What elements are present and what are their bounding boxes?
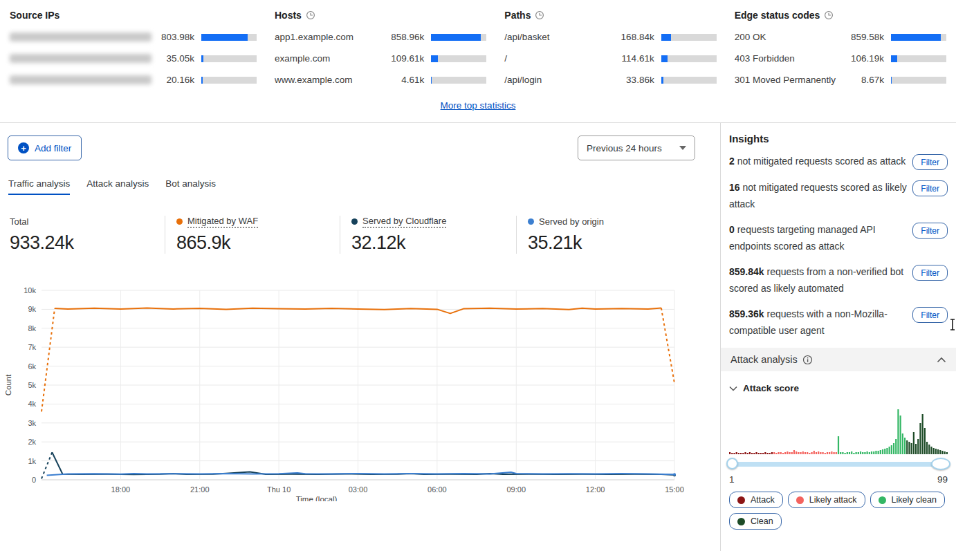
top-stat-row[interactable]: 301 Moved Permanently8.67k bbox=[735, 75, 946, 85]
top-stat-row[interactable]: www.example.com4.61k bbox=[275, 75, 486, 85]
top-stat-value: 109.61k bbox=[381, 53, 424, 64]
insight-text: 859.36k requests with a non-Mozilla-comp… bbox=[729, 306, 907, 339]
more-top-statistics-link[interactable]: More top statistics bbox=[441, 100, 516, 111]
top-stat-row[interactable]: example.com109.61k bbox=[275, 53, 486, 64]
top-stat-row[interactable]: 200 OK859.58k bbox=[735, 32, 946, 42]
top-stat-bar bbox=[891, 77, 946, 84]
slider-handle-max[interactable] bbox=[931, 458, 950, 470]
summary-label: Mitigated by WAF bbox=[176, 216, 340, 227]
summary-label-text[interactable]: Served by Cloudflare bbox=[362, 216, 446, 228]
attack-score-label: Attack score bbox=[743, 383, 799, 393]
insight-filter-button[interactable]: Filter bbox=[912, 307, 948, 323]
analysis-tabs: Traffic analysisAttack analysisBot analy… bbox=[8, 178, 720, 195]
svg-text:21:00: 21:00 bbox=[190, 485, 210, 494]
attack-score-toggle[interactable]: Attack score bbox=[729, 383, 948, 393]
tab-bot-analysis[interactable]: Bot analysis bbox=[165, 178, 216, 195]
summary-block: Served by Cloudflare32.12k bbox=[340, 216, 516, 254]
legend-chip-attack[interactable]: Attack bbox=[729, 492, 783, 508]
svg-text:09:00: 09:00 bbox=[506, 485, 526, 494]
svg-text:Count: Count bbox=[4, 374, 12, 395]
slider-track[interactable] bbox=[730, 462, 946, 467]
slider-handle-min[interactable] bbox=[726, 458, 738, 469]
legend-label: Likely clean bbox=[892, 495, 937, 505]
top-stat-title: Paths bbox=[504, 10, 531, 21]
top-stat-label: /api/login bbox=[504, 75, 611, 85]
tab-traffic-analysis[interactable]: Traffic analysis bbox=[8, 178, 70, 195]
top-stat-row[interactable]: 35.05k bbox=[10, 53, 257, 64]
slider-max-label: 99 bbox=[937, 474, 948, 485]
top-stat-header: Edge status codes bbox=[735, 10, 946, 21]
svg-text:5k: 5k bbox=[28, 381, 36, 389]
legend-chip-likely-clean[interactable]: Likely clean bbox=[870, 492, 945, 508]
analytics-main-panel: + Add filter Previous 24 hours Traffic a… bbox=[0, 123, 720, 551]
top-stat-row[interactable]: /api/login33.86k bbox=[504, 75, 716, 85]
attack-score-range-slider bbox=[729, 458, 948, 470]
insight-filter-button[interactable]: Filter bbox=[912, 265, 948, 281]
svg-text:06:00: 06:00 bbox=[428, 485, 447, 494]
top-stat-value: 859.58k bbox=[841, 32, 884, 42]
insight-filter-button[interactable]: Filter bbox=[912, 223, 948, 239]
summary-label: Served by Cloudflare bbox=[351, 216, 516, 227]
insight-text: 859.84k requests from a non-verified bot… bbox=[729, 263, 907, 297]
top-stat-header: Paths bbox=[504, 10, 716, 21]
top-stat-row[interactable]: 403 Forbidden106.19k bbox=[735, 53, 946, 64]
insight-item: 2 not mitigated requests scored as attac… bbox=[729, 153, 948, 170]
top-stat-bar-fill bbox=[661, 34, 671, 41]
insight-filter-button[interactable]: Filter bbox=[912, 154, 948, 170]
legend-chip-likely-attack[interactable]: Likely attack bbox=[788, 492, 865, 508]
legend-label: Likely attack bbox=[809, 495, 857, 505]
top-stat-label: 200 OK bbox=[735, 32, 841, 42]
top-stat-title: Hosts bbox=[275, 10, 302, 21]
top-stat-bar bbox=[201, 34, 257, 41]
legend-dot bbox=[796, 496, 804, 504]
legend-label: Attack bbox=[751, 495, 775, 505]
svg-text:3k: 3k bbox=[28, 419, 36, 427]
top-stat-bar bbox=[431, 55, 486, 62]
top-stat-row[interactable]: /114.61k bbox=[504, 53, 716, 64]
tab-attack-analysis[interactable]: Attack analysis bbox=[86, 178, 149, 195]
top-stat-row[interactable]: /api/basket168.84k bbox=[504, 32, 716, 42]
legend-chip-clean[interactable]: Clean bbox=[729, 513, 782, 530]
top-stat-value: 20.16k bbox=[151, 75, 194, 85]
clock-icon bbox=[306, 10, 315, 20]
top-stat-value: 803.98k bbox=[151, 32, 194, 42]
insight-item: 859.84k requests from a non-verified bot… bbox=[729, 263, 948, 297]
top-stat-bar bbox=[891, 34, 946, 41]
top-stat-row[interactable]: 803.98k bbox=[10, 32, 257, 42]
top-stat-label: 403 Forbidden bbox=[735, 53, 841, 64]
attack-analysis-section-header[interactable]: Attack analysis bbox=[721, 348, 956, 371]
top-stat-bar-fill bbox=[661, 55, 668, 62]
insight-filter-button[interactable]: Filter bbox=[912, 180, 948, 196]
top-stat-bar-fill bbox=[431, 55, 438, 62]
blurred-ip-label bbox=[10, 32, 151, 41]
top-stat-column: Paths/api/basket168.84k/114.61k/api/logi… bbox=[504, 10, 716, 96]
top-stat-row[interactable]: 20.16k bbox=[10, 75, 257, 85]
top-stat-bar bbox=[661, 77, 717, 84]
top-stat-label: 301 Moved Permanently bbox=[735, 75, 841, 85]
top-stat-value: 33.86k bbox=[612, 75, 654, 85]
top-stat-value: 114.61k bbox=[612, 53, 654, 64]
blurred-ip-label bbox=[10, 54, 151, 63]
top-stat-bar bbox=[891, 55, 946, 62]
summary-label-text[interactable]: Mitigated by WAF bbox=[187, 216, 258, 228]
info-icon bbox=[802, 355, 813, 365]
summary-label: Total bbox=[10, 216, 165, 227]
summary-label-text: Total bbox=[10, 216, 28, 227]
time-range-dropdown[interactable]: Previous 24 hours bbox=[578, 136, 695, 160]
svg-text:2k: 2k bbox=[28, 438, 36, 446]
time-range-value: Previous 24 hours bbox=[587, 143, 662, 153]
clock-icon bbox=[535, 10, 544, 20]
chevron-down-icon bbox=[729, 386, 737, 391]
summary-label-text: Served by origin bbox=[539, 216, 604, 227]
top-stat-header: Hosts bbox=[275, 10, 486, 21]
top-stat-bar-fill bbox=[201, 77, 203, 84]
traffic-chart[interactable]: 01k2k3k4k5k6k7k8k9k10k18:0021:00Thu 1003… bbox=[0, 272, 720, 504]
plus-icon: + bbox=[18, 142, 29, 153]
legend-dot bbox=[879, 496, 886, 504]
add-filter-button[interactable]: + Add filter bbox=[8, 136, 82, 160]
top-stat-bar bbox=[201, 55, 257, 62]
top-stat-bar-fill bbox=[661, 77, 663, 84]
insight-item: 0 requests targeting managed API endpoin… bbox=[729, 221, 948, 254]
svg-text:Thu 10: Thu 10 bbox=[267, 485, 291, 494]
top-stat-row[interactable]: app1.example.com858.96k bbox=[275, 32, 486, 42]
